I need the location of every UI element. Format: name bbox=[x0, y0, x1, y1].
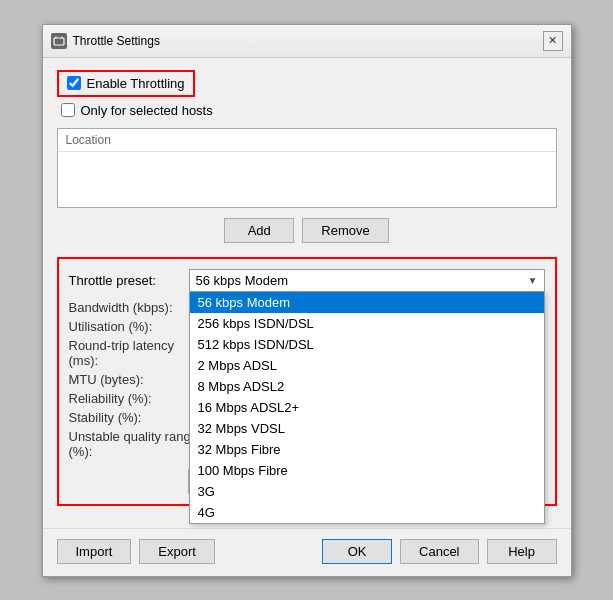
dialog-content: Enable Throttling Only for selected host… bbox=[43, 58, 571, 518]
help-button[interactable]: Help bbox=[487, 539, 557, 564]
preset-dropdown-list: 56 kbps Modem 256 kbps ISDN/DSL 512 kbps… bbox=[189, 292, 545, 524]
svg-rect-0 bbox=[54, 38, 64, 45]
bottom-row: Import Export OK Cancel Help bbox=[43, 528, 571, 576]
throttle-section: Throttle preset: 56 kbps Modem ▼ 56 kbps… bbox=[57, 257, 557, 506]
unstable-quality-label: Unstable quality range (%): bbox=[69, 429, 199, 459]
dialog-title: Throttle Settings bbox=[73, 34, 160, 48]
enable-throttling-checkbox[interactable] bbox=[67, 76, 81, 90]
dialog-icon bbox=[51, 33, 67, 49]
cancel-button[interactable]: Cancel bbox=[400, 539, 478, 564]
add-button[interactable]: Add bbox=[224, 218, 294, 243]
preset-option-8[interactable]: 100 Mbps Fibre bbox=[190, 460, 544, 481]
utilisation-label: Utilisation (%): bbox=[69, 319, 199, 334]
ok-button[interactable]: OK bbox=[322, 539, 392, 564]
preset-option-3[interactable]: 2 Mbps ADSL bbox=[190, 355, 544, 376]
preset-select-display[interactable]: 56 kbps Modem ▼ bbox=[189, 269, 545, 292]
reliability-label: Reliability (%): bbox=[69, 391, 199, 406]
preset-select-wrapper: 56 kbps Modem ▼ 56 kbps Modem 256 kbps I… bbox=[189, 269, 545, 292]
preset-option-1[interactable]: 256 kbps ISDN/DSL bbox=[190, 313, 544, 334]
preset-selected-value: 56 kbps Modem bbox=[196, 273, 289, 288]
throttle-preset-label: Throttle preset: bbox=[69, 273, 179, 288]
preset-option-2[interactable]: 512 kbps ISDN/DSL bbox=[190, 334, 544, 355]
bandwidth-label: Bandwidth (kbps): bbox=[69, 300, 199, 315]
preset-option-10[interactable]: 4G bbox=[190, 502, 544, 523]
mtu-label: MTU (bytes): bbox=[69, 372, 199, 387]
bottom-left-buttons: Import Export bbox=[57, 539, 215, 564]
add-remove-buttons: Add Remove bbox=[57, 218, 557, 243]
location-body bbox=[58, 152, 556, 207]
title-bar: Throttle Settings ✕ bbox=[43, 25, 571, 58]
only-selected-hosts-row: Only for selected hosts bbox=[61, 103, 557, 118]
dropdown-arrow-icon: ▼ bbox=[528, 275, 538, 286]
preset-row: Throttle preset: 56 kbps Modem ▼ 56 kbps… bbox=[69, 269, 545, 292]
enable-throttling-row: Enable Throttling bbox=[57, 70, 195, 97]
close-button[interactable]: ✕ bbox=[543, 31, 563, 51]
remove-button[interactable]: Remove bbox=[302, 218, 388, 243]
only-selected-hosts-checkbox[interactable] bbox=[61, 103, 75, 117]
latency-label: Round-trip latency (ms): bbox=[69, 338, 199, 368]
only-selected-hosts-label: Only for selected hosts bbox=[81, 103, 213, 118]
title-bar-left: Throttle Settings bbox=[51, 33, 160, 49]
bottom-right-buttons: OK Cancel Help bbox=[322, 539, 556, 564]
throttle-settings-dialog: Throttle Settings ✕ Enable Throttling On… bbox=[42, 24, 572, 577]
enable-throttling-label: Enable Throttling bbox=[87, 76, 185, 91]
export-button[interactable]: Export bbox=[139, 539, 215, 564]
preset-option-7[interactable]: 32 Mbps Fibre bbox=[190, 439, 544, 460]
preset-option-5[interactable]: 16 Mbps ADSL2+ bbox=[190, 397, 544, 418]
preset-option-6[interactable]: 32 Mbps VDSL bbox=[190, 418, 544, 439]
import-button[interactable]: Import bbox=[57, 539, 132, 564]
preset-option-4[interactable]: 8 Mbps ADSL2 bbox=[190, 376, 544, 397]
stability-label: Stability (%): bbox=[69, 410, 199, 425]
location-panel: Location bbox=[57, 128, 557, 208]
preset-option-0[interactable]: 56 kbps Modem bbox=[190, 292, 544, 313]
preset-option-9[interactable]: 3G bbox=[190, 481, 544, 502]
location-header: Location bbox=[58, 129, 556, 152]
